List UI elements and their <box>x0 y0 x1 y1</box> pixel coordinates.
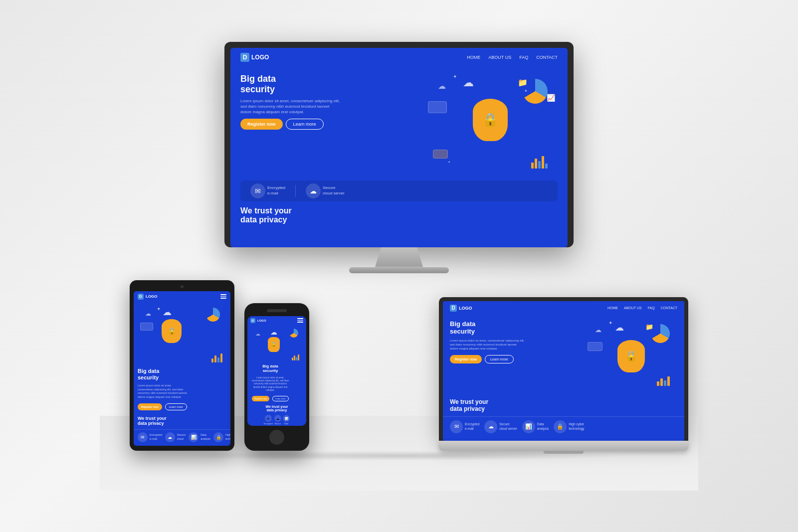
tablet-feat-text-0: Encryptede-mail <box>150 433 162 440</box>
tablet-feature-1: ☁ Securecloud <box>165 432 186 442</box>
desktop-logo: D LOGO <box>240 53 269 62</box>
l-bars <box>657 376 670 386</box>
l-cloud-1: ☁ <box>615 322 624 333</box>
sparkle-1: ✦ <box>453 74 457 79</box>
desktop-learn-btn[interactable]: Learn more <box>286 119 324 130</box>
phone-nav: D LOGO <box>247 316 306 325</box>
laptop-register-btn[interactable]: Register now <box>450 355 482 363</box>
laptop-hero-text: Big data security Lorem ipsum dolor sit … <box>450 320 588 363</box>
folder-icon: 📁 <box>518 78 528 87</box>
laptop-nav-home: HOME <box>607 306 618 310</box>
nav-home: HOME <box>467 55 480 60</box>
tablet-nav: D LOGO <box>134 291 230 302</box>
deco-card-2 <box>433 150 448 159</box>
nav-contact: CONTACT <box>536 55 558 60</box>
tablet-device: D LOGO ☁ ☁ <box>130 280 234 451</box>
nav-faq: FAQ <box>519 55 528 60</box>
tablet-bezel: D LOGO ☁ ☁ <box>130 280 234 451</box>
desktop-device: D LOGO HOME ABOUT US FAQ CONTACT <box>224 42 574 273</box>
laptop-feat-text-1: Securecloud server <box>499 422 517 431</box>
laptop-screen: D LOGO HOME ABOUT US FAQ CONTACT <box>443 301 684 441</box>
laptop-base <box>439 441 688 451</box>
tablet-learn-btn[interactable]: Learn more <box>165 403 187 410</box>
sparkle-3: ✦ <box>448 160 450 164</box>
p-cloud-2: ☁ <box>255 331 260 337</box>
l-sparkle: ✦ <box>608 320 612 326</box>
laptop-feat-icon-2: 📊 <box>522 420 535 433</box>
t-bars <box>211 354 222 362</box>
t-cloud-2: ☁ <box>145 310 151 317</box>
desktop-stand <box>369 247 429 267</box>
tablet-hamburger[interactable] <box>220 294 226 299</box>
phone-trust: We trust your data privacy <box>247 403 306 413</box>
laptop-feat-text-3: High cybertechnology <box>569 422 584 431</box>
tablet-hero-desc: Lorem ipsum dolor sit amet, consectetuer… <box>138 384 188 399</box>
laptop-features: ✉ Encryptede-mail ☁ Securecloud server 📊… <box>443 416 684 437</box>
logo-letter: D <box>240 53 249 62</box>
phone-logo-letter: D <box>250 318 255 323</box>
phone-trust-title: We trust your data privacy <box>250 405 303 412</box>
phone-hamburger[interactable] <box>297 318 303 323</box>
laptop-bezel: D LOGO HOME ABOUT US FAQ CONTACT <box>439 297 688 441</box>
desktop-bezel: D LOGO HOME ABOUT US FAQ CONTACT <box>224 42 574 247</box>
phone-bezel: D LOGO ☁ ☁ <box>244 303 309 451</box>
laptop-learn-btn[interactable]: Learn more <box>485 355 514 363</box>
phone-register-btn[interactable]: Register now <box>252 396 269 401</box>
tablet-buttons: Register now Learn more <box>138 403 188 410</box>
l-folder: 📁 <box>645 323 653 331</box>
p-feat-2: 📊 Dataanalysis <box>283 415 290 425</box>
scene-container: D LOGO HOME ABOUT US FAQ CONTACT <box>100 42 698 491</box>
tablet-website: D LOGO ☁ ☁ <box>134 291 230 446</box>
desktop-screen: D LOGO HOME ABOUT US FAQ CONTACT <box>230 48 568 247</box>
tablet-trust-section: We trust your data privacy <box>134 413 230 427</box>
feature-cloud: ☁ Secure cloud server <box>306 183 345 198</box>
l-card-1 <box>588 342 602 351</box>
nav-about: ABOUT US <box>488 55 511 60</box>
phone-learn-btn[interactable]: Learn more <box>272 396 288 401</box>
laptop-nav-contact: CONTACT <box>661 306 677 310</box>
phone-website: D LOGO ☁ ☁ <box>247 316 306 426</box>
tablet-feature-3: 🔒 High cybertechnology <box>213 432 230 442</box>
tablet-features: ✉ Encryptede-mail ☁ Securecloud 📊 Dataan… <box>134 429 230 445</box>
logo-text: LOGO <box>251 54 269 61</box>
phone-features: ✉ Encryptede-mail ☁ Securecloud 📊 Dataan… <box>247 413 306 425</box>
p-shield: 🔒 <box>268 337 280 352</box>
tablet-feat-icon-2: 📊 <box>189 432 199 442</box>
bar-chart <box>531 156 548 169</box>
cloud-icon-2: ☁ <box>438 81 446 91</box>
phone-logo-text: LOGO <box>257 319 266 322</box>
laptop-hero-desc: Lorem ipsum dolor sit amet, consectetuer… <box>450 339 525 351</box>
laptop-device: D LOGO HOME ABOUT US FAQ CONTACT <box>439 297 688 451</box>
tablet-hero-text: Big data security Lorem ipsum dolor sit … <box>138 368 188 410</box>
chart-icon: 📈 <box>547 94 555 102</box>
tablet-register-btn[interactable]: Register now <box>138 403 162 410</box>
tablet-feat-text-1: Securecloud <box>177 433 186 440</box>
laptop-nav: D LOGO HOME ABOUT US FAQ CONTACT <box>443 301 684 315</box>
laptop-hero: Big data security Lorem ipsum dolor sit … <box>443 315 684 395</box>
desktop-register-btn[interactable]: Register now <box>240 119 283 130</box>
tablet-logo-letter: D <box>138 294 144 300</box>
cloud-icon-1: ☁ <box>463 76 474 89</box>
laptop-trust: We trust your data privacy <box>443 395 684 414</box>
desktop-trust-features-row: ✉ Encrypted e-mail ☁ Secure cloud serv <box>240 180 558 201</box>
tablet-feat-text-3: High cybertechnology <box>225 433 230 440</box>
p-pie <box>289 329 298 338</box>
phone-buttons: Register now Learn more <box>250 396 290 401</box>
deco-card-1 <box>428 101 447 113</box>
desktop-trust-section: We trust your data privacy <box>230 201 568 227</box>
p-cloud-1: ☁ <box>270 328 277 336</box>
laptop-logo-text: LOGO <box>459 306 472 311</box>
p-feat-text-0: Encryptede-mail <box>264 422 273 425</box>
p-feat-text-1: Securecloud <box>274 422 281 425</box>
p-feat-1: ☁ Securecloud <box>274 415 281 425</box>
feature-icon-encrypted: ✉ <box>250 183 265 198</box>
laptop-feat-icon-1: ☁ <box>484 420 497 433</box>
laptop-feat-text-2: Dataanalysis <box>537 422 549 431</box>
desktop-trust-title: We trust your data privacy <box>240 206 558 224</box>
p-feat-icon-1: ☁ <box>274 415 281 422</box>
laptop-nav-about: ABOUT US <box>624 306 642 310</box>
desktop-illustration: ☁ ☁ ☁ <box>428 74 558 174</box>
laptop-illustration: ☁ ☁ ☁ 📁 <box>588 320 677 390</box>
desktop-hero-desc: Lorem ipsum dolor sit amet, consectetuer… <box>240 98 340 115</box>
laptop-nav-links: HOME ABOUT US FAQ CONTACT <box>607 306 677 310</box>
